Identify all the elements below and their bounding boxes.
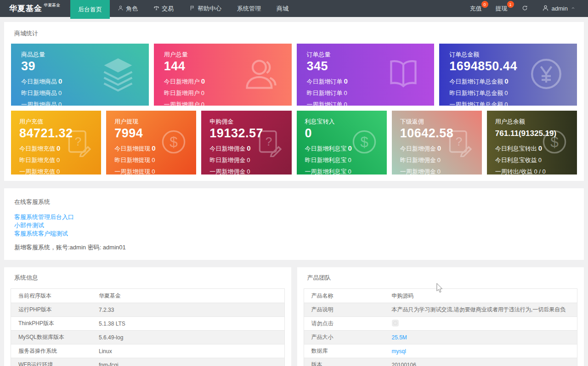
stat-card-products: 商品总量 39 今日新增商品0 昨日新增商品0 一周新增商品0 [11, 44, 149, 106]
row-value: 申购源码 [392, 292, 577, 300]
row-label: WEB运行环境 [11, 361, 99, 366]
withdraw-badge: 1 [507, 1, 514, 8]
stat-line-value: 0 [538, 144, 542, 152]
top-nav: 华夏基金 华夏基金 后台首页 角色 交易 帮助中心 系统管理 商城 充值 0 [0, 0, 588, 17]
table-row: 版本20100106 [304, 358, 577, 366]
row-label: 运行PHP版本 [11, 306, 99, 314]
table-row: WEB运行环境fpm-fcgi [11, 358, 284, 366]
stat-line-label: 昨日新增充值 [19, 157, 55, 163]
stat-line-label: 一周新增充值 [19, 168, 55, 175]
refresh-icon [521, 5, 528, 13]
flag-icon [189, 5, 195, 12]
stat-value: 761.11(91325.19) [495, 126, 577, 141]
nav-item-label: 帮助中心 [198, 5, 221, 13]
online-service-panel: 在线客服系统 客服系统管理后台入口 小部件测试 客服系统客户端测试 新增客服系统… [4, 188, 584, 260]
stat-line-label: 今日新增佣金 [400, 145, 436, 152]
widget-test-link[interactable]: 小部件测试 [14, 221, 574, 230]
stat-card-orders: 订单总量 345 今日新增订单0 昨日新增订单0 一周新增订单0 [297, 44, 435, 106]
stat-card-users: 用户总量 144 今日新增用户0 昨日新增用户0 一周新增用户0 [154, 44, 292, 106]
stat-line-value: 0 [152, 144, 155, 152]
nav-item-system[interactable]: 系统管理 [229, 0, 269, 17]
row-value: 华夏基金 [99, 292, 284, 300]
row-value: 7.2.33 [99, 307, 284, 313]
stats-row-2: 用户充值 84721.32 今日新增充值0 昨日新增充值0 一周新增充值0 ? … [11, 111, 577, 175]
product-team-title: 产品团队 [304, 273, 578, 288]
nav-right: 充值 0 提现 1 admin [463, 0, 588, 17]
recharge-badge: 0 [481, 1, 488, 8]
bottom-row: 系统信息 当前程序版本华夏基金 运行PHP版本7.2.33 ThinkPHP版本… [4, 267, 584, 366]
refresh-button[interactable] [514, 0, 535, 17]
stat-value: 0 [305, 126, 387, 141]
stat-line-label: 一周新增提现 [114, 168, 150, 175]
stat-line-label: 昨日新增佣金 [209, 157, 245, 163]
stat-value: 39 [21, 59, 149, 74]
row-value: fpm-fcgi [99, 362, 284, 366]
stat-card-commission: 申购佣金 19132.57 今日新增佣金0 昨日新增佣金0 一周新增佣金0 ? [201, 111, 291, 175]
dont-click-icon[interactable] [392, 320, 399, 327]
stat-title: 申购佣金 [209, 118, 291, 126]
stat-line-value: 0 [152, 168, 155, 175]
mall-stats-title: 商城统计 [11, 28, 577, 44]
stat-title: 利息宝转入 [305, 118, 387, 126]
online-service-title: 在线客服系统 [11, 196, 577, 212]
stat-line-value: 0 [58, 77, 62, 85]
product-size-link[interactable]: 25.5M [392, 334, 577, 341]
stat-card-withdraw: 用户提现 7994 今日新增提现0 昨日新增提现0 一周新增提现0 $ [106, 111, 196, 175]
stat-title: 下级返佣 [400, 118, 482, 126]
stat-card-order-amount: 订单总金额 1694850.44 今日新增订单总金额0 昨日新增订单总金额0 一… [439, 44, 577, 106]
stat-title: 商品总量 [21, 51, 149, 59]
row-label: ThinkPHP版本 [11, 320, 99, 327]
nav-item-trade[interactable]: 交易 [146, 0, 181, 17]
system-info-table: 当前程序版本华夏基金 运行PHP版本7.2.33 ThinkPHP版本5.1.3… [11, 288, 285, 366]
service-admin-entry-link[interactable]: 客服系统管理后台入口 [14, 213, 574, 221]
stat-line-label: 昨日新增佣金 [400, 157, 436, 163]
table-row: MySQL数据库版本5.6.49-log [11, 330, 284, 344]
nav-item-dashboard[interactable]: 后台首页 [70, 0, 110, 19]
stat-line-label: 一周转出/收益 [495, 168, 533, 175]
stat-line-label: 昨日新增订单总金额 [449, 90, 503, 96]
chevron-up-icon [571, 5, 576, 12]
stat-card-interest-in: 利息宝转入 0 今日新增利息宝0 昨日新增利息宝0 一周新增利息宝0 $ [297, 111, 387, 175]
service-client-test-link[interactable]: 客服系统客户端测试 [14, 230, 574, 238]
stat-line-label: 一周新增订单 [307, 101, 343, 106]
row-label: 产品说明 [304, 306, 392, 314]
nav-item-mall[interactable]: 商城 [269, 0, 296, 17]
nav-item-roles[interactable]: 角色 [110, 0, 146, 17]
nav-item-help-center[interactable]: 帮助中心 [181, 0, 229, 17]
stat-value: 144 [164, 59, 292, 74]
mall-stats-panel: 商城统计 商品总量 39 今日新增商品0 昨日新增商品0 一周新增商品0 用户总… [4, 22, 584, 181]
stat-line-value: 0 [201, 90, 204, 96]
stat-line-label: 昨日新增提现 [114, 157, 150, 163]
row-label: 产品名称 [304, 292, 392, 300]
stat-title: 用户总量 [164, 51, 292, 59]
withdraw-button[interactable]: 提现 1 [489, 0, 514, 17]
brand-title: 华夏基金 [9, 3, 42, 14]
stat-title: 订单总金额 [449, 51, 577, 59]
stat-line-label: 一周新增用户 [164, 101, 200, 106]
stat-line-label: 今日新增订单 [307, 78, 343, 85]
table-row: 运行PHP版本7.2.33 [11, 303, 284, 316]
stat-value: 10642.58 [400, 126, 482, 141]
stat-line-value: 0 [57, 157, 60, 163]
user-menu[interactable]: admin [535, 0, 582, 17]
stat-line-label: 今日新增充值 [19, 145, 55, 152]
database-link[interactable]: mysql [392, 348, 577, 355]
recharge-label: 充值 [470, 5, 482, 13]
nav-item-label: 后台首页 [78, 6, 102, 14]
brand[interactable]: 华夏基金 华夏基金 [0, 0, 70, 17]
stat-card-recharge: 用户充值 84721.32 今日新增充值0 昨日新增充值0 一周新增充值0 ? [11, 111, 101, 175]
recharge-button[interactable]: 充值 0 [463, 0, 489, 17]
system-info-panel: 系统信息 当前程序版本华夏基金 运行PHP版本7.2.33 ThinkPHP版本… [4, 267, 291, 366]
stat-title: 用户充值 [19, 118, 101, 126]
row-label: 服务器操作系统 [11, 347, 99, 355]
stat-line-label: 今日利息宝收益 [495, 157, 537, 163]
stat-value: 7994 [114, 126, 196, 141]
stat-line-label: 昨日新增利息宝 [305, 157, 347, 163]
stat-line-value: 0 [247, 168, 250, 175]
stat-line-label: 一周新增佣金 [209, 168, 245, 175]
brand-subtitle: 华夏基金 [44, 2, 60, 8]
service-account-note: 新增客服系统，账号:admin 密码: admin01 [11, 238, 577, 252]
nav-item-label: 商城 [277, 5, 288, 13]
stat-line-value: 0 [344, 77, 348, 85]
stat-line-value: 0 [57, 168, 60, 175]
